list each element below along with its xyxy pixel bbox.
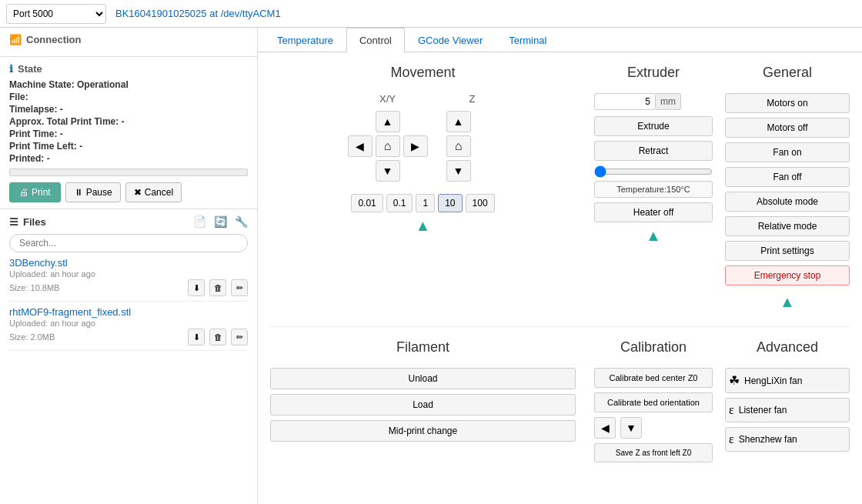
file-uploaded-1: Uploaded: an hour ago — [9, 319, 248, 328]
tab-control[interactable]: Control — [346, 28, 405, 52]
extruder-title: Extruder — [594, 65, 713, 81]
connection-label: Connection — [26, 34, 82, 45]
mid-print-button[interactable]: Mid-print change — [270, 420, 576, 442]
calibrate-bed-center-z0-button[interactable]: Calibrate bed center Z0 — [594, 368, 713, 388]
step-01[interactable]: 0.1 — [386, 194, 413, 212]
unload-button[interactable]: Unload — [270, 368, 576, 389]
port-select[interactable]: Port 5000 — [6, 4, 106, 24]
emergency-stop-button[interactable]: Emergency stop — [725, 265, 850, 285]
extruder-mm-input[interactable] — [594, 93, 656, 110]
upload-file-button[interactable]: 📄 — [193, 215, 206, 228]
calibrate-bed-orientation-button[interactable]: Calibrate bed orientation — [594, 392, 713, 412]
search-input[interactable] — [9, 234, 248, 252]
movement-indicator: ▲ — [270, 217, 576, 235]
print-time-left-label: Print Time Left: — [9, 141, 77, 152]
delete-file-1[interactable]: 🗑 — [209, 329, 226, 345]
files-action-icons: 📄 🔄 🔧 — [193, 215, 248, 228]
download-file-1[interactable]: ⬇ — [188, 329, 205, 345]
step-buttons: 0.01 0.1 1 10 100 — [270, 194, 576, 212]
shenzhew-fan-button[interactable]: ε Shenzhew fan — [725, 427, 850, 452]
move-y-minus[interactable]: ▼ — [376, 160, 400, 182]
calibration-controls: ◀ ▼ — [594, 417, 713, 439]
step-1[interactable]: 1 — [416, 194, 435, 212]
heater-off-button[interactable]: Heater off — [594, 202, 713, 222]
cancel-button[interactable]: ✖ Cancel — [125, 182, 182, 202]
extruder-indicator: ▲ — [594, 227, 713, 245]
timelapse-value: - — [60, 104, 63, 115]
printed-row: Printed: - — [9, 153, 248, 164]
edit-file-0[interactable]: ✏ — [231, 279, 248, 296]
move-x-minus[interactable]: ◀ — [348, 135, 373, 157]
move-z-plus[interactable]: ▲ — [446, 111, 471, 132]
files-header: ☰ Files 📄 🔄 🔧 — [9, 215, 248, 228]
step-001[interactable]: 0.01 — [351, 194, 383, 212]
file-row: File: — [9, 92, 248, 102]
timelapse-row: Timelapse: - — [9, 104, 248, 115]
cancel-icon: ✖ — [134, 187, 142, 198]
home-z[interactable]: ⌂ — [446, 135, 471, 157]
temp-slider-row — [594, 165, 713, 178]
tab-temperature[interactable]: Temperature — [264, 28, 346, 52]
pause-button[interactable]: ⏸ Pause — [65, 182, 121, 202]
machine-state-row: Machine State: Operational — [9, 79, 248, 90]
main-layout: 📶 Connection ℹ State Machine State: Oper… — [0, 28, 862, 504]
extruder-column: Extruder mm Extrude Retract Temperature:… — [588, 65, 719, 311]
file-name-1[interactable]: rhtMOF9-fragment_fixed.stl — [9, 306, 248, 318]
retract-button[interactable]: Retract — [594, 141, 713, 161]
henglixin-label: HengLiXin fan — [744, 375, 802, 386]
printed-label: Printed: — [9, 153, 44, 164]
calibration-column: Calibration Calibrate bed center Z0 Cali… — [588, 339, 719, 467]
z-label: Z — [446, 93, 499, 105]
z-direction-grid: ▲ ⌂ ▼ — [446, 111, 499, 182]
fan-off-button[interactable]: Fan off — [725, 167, 850, 187]
pause-icon: ⏸ — [74, 187, 83, 198]
fan-on-button[interactable]: Fan on — [725, 142, 850, 162]
approx-print-label: Approx. Total Print Time: — [9, 116, 119, 127]
tab-terminal[interactable]: Terminal — [496, 28, 560, 52]
print-button[interactable]: 🖨 Print — [9, 182, 61, 202]
move-x-plus[interactable]: ▶ — [403, 135, 428, 157]
machine-state-label: Machine State: — [9, 79, 75, 90]
home-xy[interactable]: ⌂ — [376, 135, 400, 157]
refresh-files-button[interactable]: 🔄 — [214, 215, 227, 228]
absolute-mode-button[interactable]: Absolute mode — [725, 192, 850, 212]
extrude-button[interactable]: Extrude — [594, 116, 713, 136]
step-10[interactable]: 10 — [438, 194, 462, 212]
relative-mode-button[interactable]: Relative mode — [725, 216, 850, 236]
delete-file-0[interactable]: 🗑 — [209, 279, 226, 296]
edit-file-1[interactable]: ✏ — [231, 329, 248, 345]
file-size-1: Size: 2.0MB — [9, 332, 55, 342]
sidebar: 📶 Connection ℹ State Machine State: Oper… — [0, 28, 258, 504]
file-label: File: — [9, 92, 28, 102]
printed-value: - — [47, 153, 50, 164]
listener-fan-button[interactable]: ε Listener fan — [725, 398, 850, 422]
temp-slider[interactable] — [594, 165, 713, 178]
cal-move-left[interactable]: ◀ — [594, 417, 616, 439]
files-label: Files — [23, 216, 46, 228]
print-icon: 🖨 — [19, 187, 28, 198]
print-settings-button[interactable]: Print settings — [725, 241, 850, 261]
approx-print-value: - — [122, 116, 125, 127]
print-label: Print — [32, 187, 51, 198]
listener-icon: ε — [729, 403, 734, 417]
settings-files-button[interactable]: 🔧 — [235, 215, 248, 228]
save-z-front-left-button[interactable]: Save Z as front left Z0 — [594, 443, 713, 462]
cal-move-down[interactable]: ▼ — [620, 417, 642, 439]
tab-gcode-viewer[interactable]: GCode Viewer — [405, 28, 496, 52]
download-file-0[interactable]: ⬇ — [188, 279, 205, 296]
motors-off-button[interactable]: Motors off — [725, 118, 850, 138]
machine-state-value: Operational — [77, 79, 129, 90]
move-y-plus[interactable]: ▲ — [376, 111, 400, 132]
file-name-0[interactable]: 3DBenchy.stl — [9, 257, 248, 269]
print-time-left-value: - — [79, 141, 82, 152]
henglixin-fan-button[interactable]: ☘ HengLiXin fan — [725, 368, 850, 393]
move-z-minus[interactable]: ▼ — [446, 160, 471, 182]
step-100[interactable]: 100 — [466, 194, 495, 212]
timelapse-label: Timelapse: — [9, 104, 57, 115]
shenzhew-icon: ε — [729, 432, 734, 446]
file-icons-1: ⬇ 🗑 ✏ — [188, 329, 248, 345]
load-button[interactable]: Load — [270, 394, 576, 416]
motors-on-button[interactable]: Motors on — [725, 93, 850, 113]
movement-title: Movement — [270, 65, 576, 81]
filament-title: Filament — [270, 339, 576, 355]
